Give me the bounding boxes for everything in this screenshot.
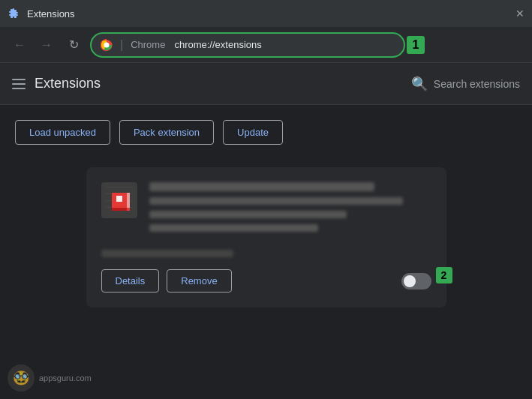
step-2-badge: 2 xyxy=(436,267,452,284)
extension-toggle[interactable] xyxy=(401,273,431,290)
svg-point-2 xyxy=(104,42,110,47)
extension-info xyxy=(149,182,431,238)
extensions-header: Extensions 🔍 Search extensions xyxy=(0,63,532,105)
extensions-list: Details Remove 2 xyxy=(0,160,532,322)
update-button[interactable]: Update xyxy=(223,120,283,145)
browser-toolbar: ← → ↻ xyxy=(0,27,532,63)
address-chrome-label: Chrome xyxy=(131,39,165,50)
search-area: 🔍 Search extensions xyxy=(411,76,520,92)
titlebar-title: Extensions xyxy=(27,8,75,20)
address-url: chrome://extensions xyxy=(174,39,261,50)
extension-card: Details Remove 2 xyxy=(86,167,446,308)
extension-id xyxy=(101,250,233,257)
load-unpacked-button[interactable]: Load unpacked xyxy=(15,120,110,145)
toggle-section: 2 xyxy=(401,273,431,290)
watermark: 🥸 appsguru.com xyxy=(8,364,92,392)
titlebar: Extensions ✕ xyxy=(0,0,532,27)
actions-bar: Load unpacked Pack extension Update xyxy=(0,105,532,160)
details-button[interactable]: Details xyxy=(101,269,160,292)
remove-button[interactable]: Remove xyxy=(167,269,231,292)
pack-extension-button[interactable]: Pack extension xyxy=(119,120,214,145)
extension-icon xyxy=(101,182,137,218)
card-bottom: Details Remove 2 xyxy=(101,269,431,292)
extension-description-2 xyxy=(149,211,347,218)
step-1-badge: 1 xyxy=(407,36,425,54)
search-placeholder: Search extensions xyxy=(434,78,520,90)
forward-button[interactable]: → xyxy=(36,34,57,56)
back-button[interactable]: ← xyxy=(9,34,30,56)
close-button[interactable]: ✕ xyxy=(515,8,524,20)
address-separator: | xyxy=(120,38,123,52)
search-button[interactable]: 🔍 xyxy=(411,76,428,92)
extension-name xyxy=(149,182,375,191)
extension-icon-image xyxy=(106,187,133,214)
page-title: Extensions xyxy=(35,76,101,92)
watermark-text: appsguru.com xyxy=(39,374,92,382)
reload-button[interactable]: ↻ xyxy=(63,34,84,56)
chrome-logo-icon xyxy=(101,39,113,51)
extension-description-3 xyxy=(149,224,319,232)
puzzle-icon xyxy=(8,7,21,20)
card-top xyxy=(101,182,431,238)
extension-description-1 xyxy=(149,197,403,205)
address-bar[interactable]: | Chrome chrome://extensions xyxy=(90,32,405,58)
watermark-icon: 🥸 xyxy=(8,364,35,392)
hamburger-menu[interactable] xyxy=(12,79,26,89)
